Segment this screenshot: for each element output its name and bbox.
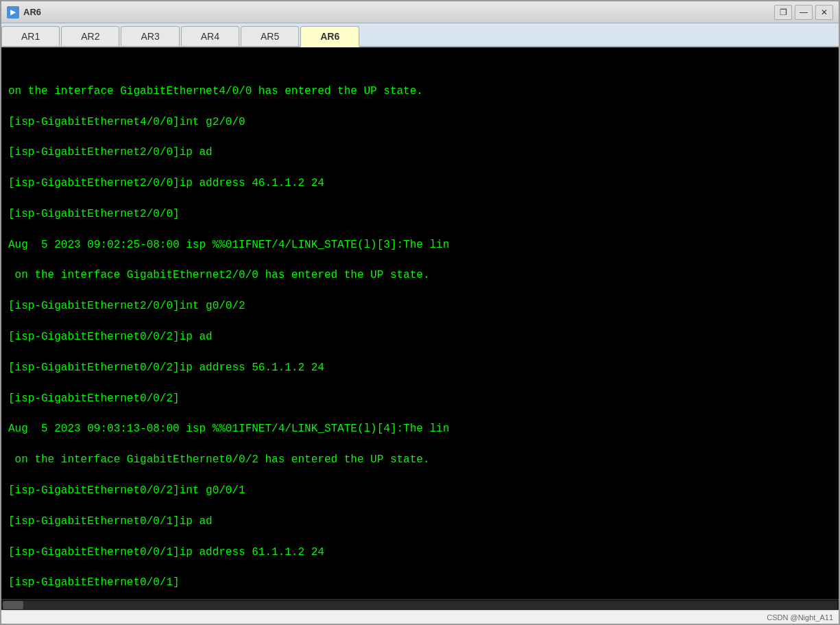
status-text: CSDN @Night_A11: [767, 613, 833, 622]
terminal-line: [isp-GigabitEthernet2/0/0]ip address 46.…: [8, 176, 832, 191]
terminal-line: [isp-GigabitEthernet0/0/2]ip ad: [8, 329, 832, 344]
close-button[interactable]: ✕: [815, 5, 833, 20]
terminal-line: [isp-GigabitEthernet0/0/1]ip address 61.…: [8, 545, 832, 560]
tab-ar3[interactable]: AR3: [121, 26, 179, 46]
horizontal-scrollbar[interactable]: [1, 599, 839, 610]
tab-ar1[interactable]: AR1: [1, 26, 60, 46]
scrollbar-track[interactable]: [3, 601, 837, 609]
scrollbar-thumb[interactable]: [3, 601, 23, 609]
terminal-line: [isp-GigabitEthernet0/0/2]: [8, 391, 832, 406]
terminal-line: on the interface GigabitEthernet4/0/0 ha…: [8, 84, 832, 99]
terminal-line: [isp-GigabitEthernet0/0/1]ip ad: [8, 514, 832, 529]
tab-ar5[interactable]: AR5: [241, 26, 299, 46]
terminal-line: [isp-GigabitEthernet2/0/0]int g0/0/2: [8, 298, 832, 314]
title-bar-buttons: ❐ — ✕: [774, 5, 833, 20]
tab-ar4[interactable]: AR4: [181, 26, 239, 46]
terminal-line: [isp-GigabitEthernet0/0/1]: [8, 575, 832, 590]
terminal-line: Aug 5 2023 09:03:13-08:00 isp %%01IFNET/…: [8, 421, 832, 436]
terminal-line: [isp-GigabitEthernet2/0/0]: [8, 207, 832, 222]
terminal-line: on the interface GigabitEthernet0/0/2 ha…: [8, 452, 832, 467]
terminal-line: on the interface GigabitEthernet2/0/0 ha…: [8, 268, 832, 283]
terminal-line: [isp-GigabitEthernet0/0/2]int g0/0/1: [8, 483, 832, 498]
terminal-line: Aug 5 2023 09:02:25-08:00 isp %%01IFNET/…: [8, 237, 832, 252]
minimize-button[interactable]: —: [795, 5, 813, 20]
title-bar: ▶ AR6 ❐ — ✕: [1, 1, 839, 23]
title-bar-left: ▶ AR6: [7, 6, 41, 19]
app-icon-text: ▶: [10, 8, 16, 16]
tab-ar2[interactable]: AR2: [61, 26, 119, 46]
main-window: ▶ AR6 ❐ — ✕ AR1 AR2 AR3 AR4 AR5 AR6 on t…: [0, 0, 840, 625]
terminal-line: [isp-GigabitEthernet2/0/0]ip ad: [8, 145, 832, 160]
restore-button[interactable]: ❐: [774, 5, 792, 20]
app-icon: ▶: [7, 6, 19, 19]
terminal-line: [isp-GigabitEthernet4/0/0]int g2/0/0: [8, 115, 832, 130]
tab-ar6[interactable]: AR6: [300, 26, 359, 47]
terminal-line: [isp-GigabitEthernet0/0/2]ip address 56.…: [8, 360, 832, 375]
tabs-bar: AR1 AR2 AR3 AR4 AR5 AR6: [1, 23, 839, 47]
status-bar: CSDN @Night_A11: [1, 610, 839, 624]
terminal-output[interactable]: on the interface GigabitEthernet4/0/0 ha…: [1, 47, 839, 599]
window-title: AR6: [23, 7, 41, 17]
